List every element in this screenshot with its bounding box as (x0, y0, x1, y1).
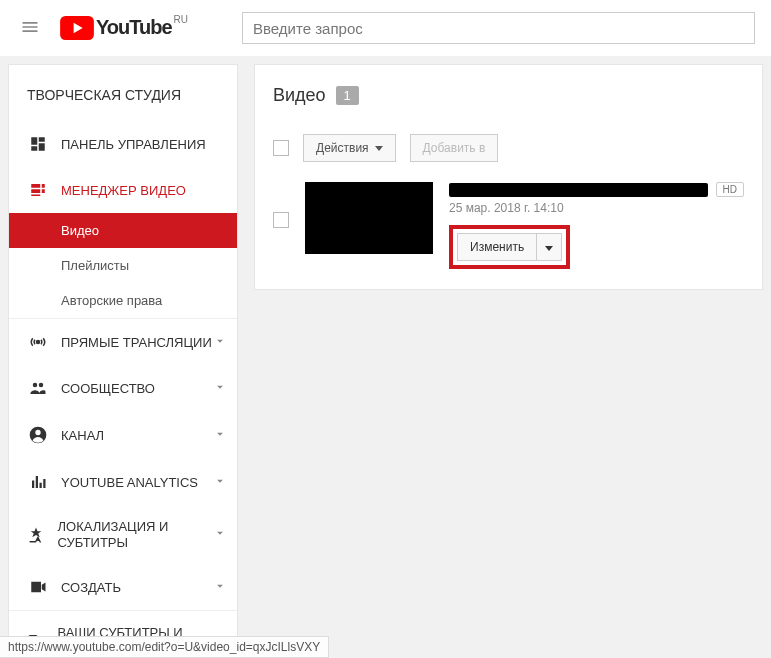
chevron-down-icon (213, 427, 227, 444)
sidebar-item-label: МЕНЕДЖЕР ВИДЕО (61, 183, 186, 198)
subitem-copyright[interactable]: Авторские права (9, 283, 237, 318)
channel-icon (27, 425, 49, 445)
page-title: Видео 1 (273, 85, 744, 106)
edit-highlight: Изменить (449, 225, 570, 269)
toolbar: Действия Добавить в (273, 134, 744, 162)
translate-icon (27, 526, 45, 544)
edit-button-dropdown[interactable] (537, 233, 562, 261)
sidebar-item-create[interactable]: СОЗДАТЬ (9, 564, 237, 610)
create-icon (27, 578, 49, 596)
video-manager-icon (27, 181, 49, 199)
youtube-logo[interactable]: YouTube RU (60, 16, 186, 40)
video-meta: HD 25 мар. 2018 г. 14:10 Изменить (449, 182, 744, 269)
sidebar-item-community[interactable]: СООБЩЕСТВО (9, 365, 237, 411)
caret-down-icon (545, 246, 553, 251)
video-checkbox[interactable] (273, 212, 289, 228)
video-manager-submenu: Видео Плейлисты Авторские права (9, 213, 237, 318)
chevron-down-icon (213, 474, 227, 491)
sidebar: ТВОРЧЕСКАЯ СТУДИЯ ПАНЕЛЬ УПРАВЛЕНИЯ МЕНЕ… (8, 64, 238, 658)
main-content: Видео 1 Действия Добавить в HD 25 мар. 2… (254, 64, 763, 290)
video-title-redacted[interactable] (449, 183, 708, 197)
dashboard-icon (27, 135, 49, 153)
search-input[interactable] (242, 12, 755, 44)
sidebar-item-channel[interactable]: КАНАЛ (9, 411, 237, 459)
video-row: HD 25 мар. 2018 г. 14:10 Изменить (273, 182, 744, 269)
sidebar-item-label: КАНАЛ (61, 428, 104, 443)
header: YouTube RU (0, 0, 771, 56)
hd-badge: HD (716, 182, 744, 197)
video-thumbnail[interactable] (305, 182, 433, 254)
sidebar-item-localization[interactable]: ЛОКАЛИЗАЦИЯ И СУБТИТРЫ (9, 505, 237, 564)
youtube-play-icon (60, 16, 94, 40)
sidebar-item-label: YOUTUBE ANALYTICS (61, 475, 198, 490)
chevron-down-icon (213, 334, 227, 351)
live-icon (27, 333, 49, 351)
add-to-button-label: Добавить в (423, 141, 486, 155)
studio-title: ТВОРЧЕСКАЯ СТУДИЯ (9, 81, 237, 121)
community-icon (27, 379, 49, 397)
add-to-button[interactable]: Добавить в (410, 134, 499, 162)
subitem-playlists[interactable]: Плейлисты (9, 248, 237, 283)
search-box (242, 12, 755, 44)
edit-split-button: Изменить (457, 233, 562, 261)
chevron-down-icon (213, 579, 227, 596)
svg-point-1 (36, 340, 41, 345)
sidebar-item-dashboard[interactable]: ПАНЕЛЬ УПРАВЛЕНИЯ (9, 121, 237, 167)
menu-icon[interactable] (16, 13, 44, 44)
svg-point-3 (35, 430, 40, 435)
actions-button[interactable]: Действия (303, 134, 396, 162)
video-count-badge: 1 (336, 86, 359, 105)
sidebar-item-label: ПРЯМЫЕ ТРАНСЛЯЦИИ (61, 335, 212, 350)
caret-down-icon (375, 146, 383, 151)
select-all-checkbox[interactable] (273, 140, 289, 156)
actions-button-label: Действия (316, 141, 369, 155)
video-date: 25 мар. 2018 г. 14:10 (449, 201, 744, 215)
sidebar-item-video-manager[interactable]: МЕНЕДЖЕР ВИДЕО (9, 167, 237, 213)
logo-region: RU (174, 14, 188, 25)
status-bar-url: https://www.youtube.com/edit?o=U&video_i… (0, 636, 329, 658)
chevron-down-icon (213, 526, 227, 543)
sidebar-item-analytics[interactable]: YOUTUBE ANALYTICS (9, 459, 237, 505)
chevron-down-icon (213, 380, 227, 397)
sidebar-item-label: СОЗДАТЬ (61, 580, 121, 595)
logo-text: YouTube (96, 16, 172, 39)
sidebar-item-live[interactable]: ПРЯМЫЕ ТРАНСЛЯЦИИ (9, 319, 237, 365)
page-title-text: Видео (273, 85, 326, 106)
sidebar-item-label: ЛОКАЛИЗАЦИЯ И СУБТИТРЫ (57, 519, 213, 550)
analytics-icon (27, 473, 49, 491)
edit-button[interactable]: Изменить (457, 233, 537, 261)
subitem-videos[interactable]: Видео (9, 213, 237, 248)
sidebar-item-label: СООБЩЕСТВО (61, 381, 155, 396)
sidebar-item-label: ПАНЕЛЬ УПРАВЛЕНИЯ (61, 137, 206, 152)
